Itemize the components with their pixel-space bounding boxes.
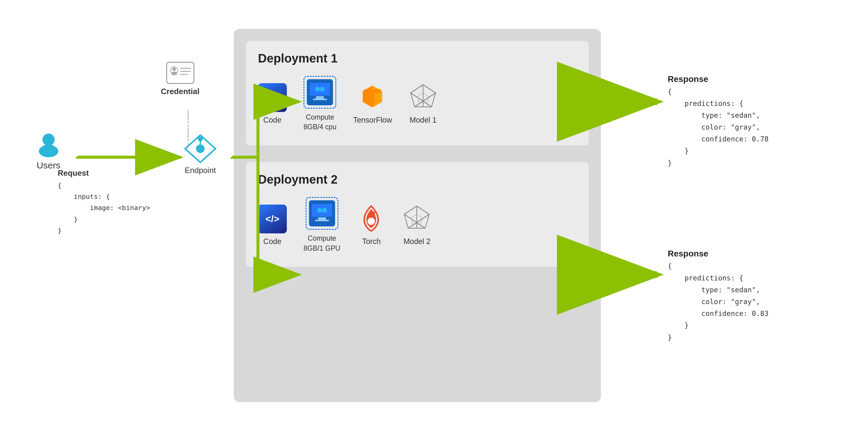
deployment1-title: Deployment 1 [258,52,577,65]
svg-rect-38 [315,220,329,221]
svg-point-25 [320,87,325,92]
tensorflow-label: TensorFlow [353,116,392,124]
credential-icon [165,61,195,85]
deployments-container: Deployment 1 </> Code [234,29,601,402]
svg-point-18 [198,136,203,142]
compute-wrapper-d1 [304,76,336,108]
credential-label: Credential [161,87,199,96]
deployment2-box: Deployment 2 </> Code [246,162,589,267]
deployment1-items: </> Code [258,76,577,132]
svg-line-33 [411,85,423,93]
svg-point-42 [372,212,375,215]
response2-label: Response [668,249,769,258]
response1-section: Response { predictions: { type: "sedan",… [668,74,769,169]
code-icon-d1: </> [258,83,287,112]
endpoint-section: Endpoint [184,133,217,175]
request-box: Request { inputs: { image: <binary> } } [58,167,150,237]
model1-icon [409,83,438,112]
response1-code: { predictions: { type: "sedan", color: "… [668,86,769,169]
svg-point-24 [315,87,320,92]
svg-rect-37 [318,217,326,220]
model2-label: Model 2 [403,237,430,246]
svg-line-50 [404,206,417,214]
svg-rect-8 [44,145,53,149]
torch-label: Torch [362,237,380,246]
deploy1-model1: Model 1 [409,83,438,124]
deploy1-code: </> Code [258,83,287,124]
svg-point-40 [322,208,327,213]
endpoint-icon [184,133,217,164]
credential-section: Credential [161,61,199,96]
deploy1-compute: Compute8GB/4 cpu [304,76,337,132]
torch-icon [357,205,386,234]
response1-label: Response [668,74,769,84]
svg-line-49 [417,206,429,214]
deployment2-items: </> Code Compu [258,197,577,253]
compute-wrapper-d2 [306,197,338,230]
deploy2-model2: Model 2 [402,205,431,246]
svg-rect-23 [313,99,327,100]
response2-code: { predictions: { type: "sedan", color: "… [668,260,769,344]
deployment1-box: Deployment 1 </> Code [246,41,589,145]
deploy2-torch: Torch [357,205,386,246]
endpoint-label: Endpoint [185,166,216,175]
svg-line-32 [423,85,436,93]
request-label: Request [58,167,150,180]
compute-icon-d1 [307,79,333,105]
user-icon [35,130,62,158]
users-section: Users [24,130,73,170]
tensorflow-icon [358,83,387,112]
svg-rect-9 [166,62,194,84]
deploy1-tensorflow: TensorFlow [353,83,392,124]
code-label-d2: Code [264,237,282,246]
diagram-container: Users Credential Request { inputs: { ima… [0,0,868,434]
svg-point-39 [317,208,322,213]
compute-label-d2: Compute8GB/1 GPU [304,234,340,253]
svg-point-11 [173,67,176,71]
users-label: Users [37,160,60,170]
compute-icon-d2 [309,200,335,226]
deploy2-compute: Compute8GB/1 GPU [304,197,340,253]
model2-icon [402,205,431,234]
code-label-d1: Code [264,116,282,124]
request-code: { inputs: { image: <binary> } } [58,180,150,237]
response2-section: Response { predictions: { type: "sedan",… [668,249,769,344]
deploy2-code: </> Code [258,205,287,246]
code-icon-d2: </> [258,205,287,234]
deployment2-title: Deployment 2 [258,173,577,186]
svg-point-12 [171,72,177,75]
model1-label: Model 1 [410,116,437,124]
svg-point-7 [42,133,55,146]
svg-point-17 [196,145,205,153]
svg-point-41 [368,218,375,225]
compute-label-d1: Compute8GB/4 cpu [304,112,337,132]
svg-rect-22 [316,96,324,99]
